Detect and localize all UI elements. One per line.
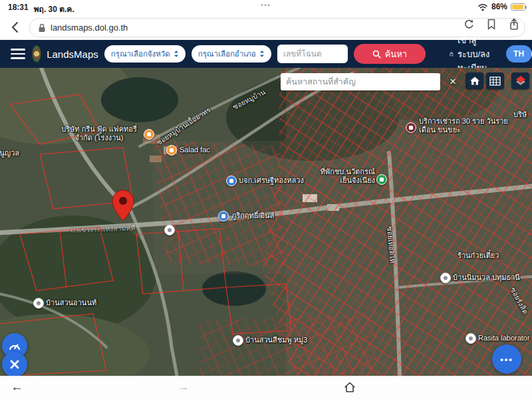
place-poi-icon[interactable] [233, 335, 243, 346]
deed-number-input[interactable] [277, 45, 348, 63]
map-label: บริษั [513, 110, 527, 119]
satellite-imagery [0, 68, 532, 376]
browser-back-button[interactable] [7, 19, 23, 35]
brand-title: LandsMaps [47, 49, 98, 60]
search-button[interactable]: ค้นหา [354, 44, 426, 64]
reload-icon[interactable] [460, 16, 477, 33]
ellipsis-icon: ••• [500, 354, 513, 364]
place-poi-icon[interactable] [33, 298, 44, 309]
place-search-input[interactable] [281, 73, 440, 90]
bottom-toolbar: ← → 3 [0, 376, 532, 399]
map-label: Salad fac [180, 146, 210, 154]
district-select-label: กรุณาเลือกอำเภอ [198, 48, 256, 60]
measure-tools-fab[interactable] [2, 352, 27, 376]
nav-forward-button[interactable]: → [177, 380, 190, 394]
search-button-label: ค้นหา [385, 47, 407, 61]
map-label: บ้านสวนสีชมพู หมู่3 [245, 336, 307, 344]
share-icon[interactable] [505, 16, 523, 33]
province-select[interactable]: กรุณาเลือกจังหวัด [104, 45, 186, 63]
lock-icon [450, 49, 454, 59]
map-label: Rasita laborator [478, 334, 530, 342]
status-bar: 18:31 พฤ. 30 ต.ค. ••• 86% [0, 0, 532, 15]
map-canvas[interactable]: บริษัท กรีน ฟู้ด แฟคทอรี่ จำกัด (โรงงาน)… [0, 68, 532, 376]
lodging-poi-icon[interactable] [376, 174, 387, 185]
map-label: บริษัท กรีน ฟู้ด แฟคทอรี่ จำกัด (โรงงาน) [56, 125, 142, 142]
close-icon[interactable]: × [446, 73, 460, 90]
house-icon [469, 76, 480, 86]
grid-button[interactable] [486, 72, 504, 89]
grid-icon [489, 76, 501, 86]
battery-icon [511, 3, 525, 11]
battery-percent: 86% [491, 2, 507, 11]
map-label: ภูริกฤทธิ์ อินส์ [231, 211, 274, 220]
business-poi-icon[interactable] [218, 211, 229, 221]
restaurant-poi-icon[interactable] [166, 145, 177, 156]
ipad-screen: 18:31 พฤ. 30 ต.ค. ••• 86% landsmaps.dol.… [0, 0, 532, 399]
nav-back-button[interactable]: ← [11, 380, 23, 394]
landsmaps-header: LandsMaps กรุณาเลือกจังหวัด กรุณาเลือกอำ… [0, 40, 532, 68]
home-button[interactable] [343, 381, 356, 396]
padlock-icon [38, 23, 46, 33]
restaurant-poi-icon[interactable] [144, 129, 154, 140]
layers-icon [515, 75, 527, 86]
dol-logo [32, 45, 41, 63]
district-select[interactable]: กรุณาเลือกอำเภอ [192, 45, 271, 63]
layers-button[interactable] [511, 72, 529, 89]
magnifier-icon [372, 50, 381, 59]
lang-th-button[interactable]: TH [506, 45, 531, 63]
url-text: landsmaps.dol.go.th [51, 23, 128, 33]
updown-chevron-icon [174, 50, 179, 58]
map-label: บ้านสวนอานนท์ [46, 299, 96, 307]
map-label: ที่พักชบ.นวัตกรณ์เย็นจังเนียง [317, 168, 375, 185]
more-options-fab[interactable]: ••• [492, 344, 521, 374]
gauge-icon [8, 340, 21, 352]
menu-icon[interactable] [11, 46, 25, 62]
map-label: มนูญวล [0, 149, 19, 158]
home-extent-button[interactable] [466, 72, 483, 89]
language-toggle: TH EN [506, 45, 532, 63]
crossed-tools-icon [9, 358, 21, 370]
updown-chevron-icon [259, 50, 265, 58]
map-label: บริการเช่ารถ 30 ราย วันรายเดือน ขนขยะ [419, 117, 513, 134]
home-icon [343, 381, 356, 394]
place-poi-icon[interactable] [466, 333, 476, 344]
map-label: ร้านก๋วยเตี๋ยว [458, 251, 499, 260]
place-poi-icon[interactable] [440, 273, 451, 283]
service-poi-icon[interactable] [406, 122, 416, 133]
handoff-dots-icon: ••• [0, 2, 532, 9]
location-pin-icon[interactable] [111, 189, 135, 225]
province-select-label: กรุณาเลือกจังหวัด [111, 48, 170, 60]
place-poi-icon[interactable] [164, 225, 175, 235]
business-poi-icon[interactable] [226, 176, 237, 186]
map-label: บ้านนิ่มนวล ปทุมธานี [453, 273, 520, 282]
bookmark-icon[interactable] [483, 16, 500, 33]
wifi-icon [477, 3, 488, 11]
map-label: บจก.เศรษฐีทองหลวง [239, 176, 304, 185]
